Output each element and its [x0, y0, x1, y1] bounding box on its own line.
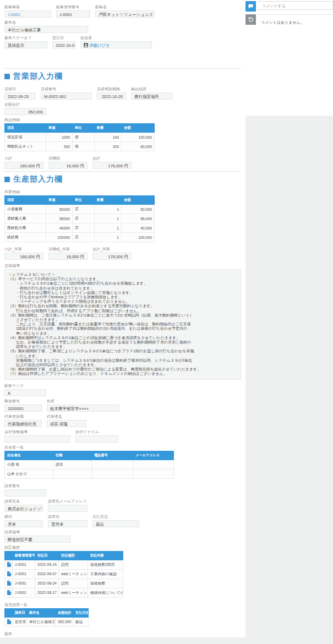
section-divider [4, 68, 241, 69]
cell: 55,000 [122, 214, 155, 223]
delivery-place-label: 納品場所 [131, 86, 172, 91]
col-header: メールアドレス [133, 451, 174, 460]
record-file-icon[interactable] [7, 619, 11, 624]
tax-work-value: 16,000 円 [48, 253, 88, 260]
table-row: 山本 かおり [5, 469, 174, 478]
section-heading-production: 生産部入力欄 [4, 174, 241, 184]
field-delivery-place: 納品場所 貴社指定場所 [131, 86, 172, 100]
col-header: 対応内容 [88, 551, 123, 560]
contacts-table-label: 担当者一覧 [4, 445, 241, 450]
billing-email-label: 請求先メールアドレス [48, 499, 88, 504]
billing-notes-label: 請求備考 [4, 530, 70, 534]
table-row: 小運搬費 50000 式 1 50,000 [5, 205, 155, 214]
contacts-table: 担当者名 役職 電話番号 メールアドレス 小渡 拓 課長 山本 かおり [4, 451, 174, 479]
cell: 2022-08-17 [35, 588, 59, 597]
invoice-no-value [4, 489, 46, 496]
billing-date-value: 翌月末 [48, 520, 88, 527]
cell: J-0001 [13, 560, 35, 569]
field-amount-total: 金額合計 352,000 [4, 102, 46, 115]
cell: 式 [73, 233, 95, 242]
case-status-value: 見積提示 [4, 41, 47, 48]
table-row: 資材搬入費 55000 式 1 55,000 [5, 214, 155, 223]
col-header: 項目 [5, 124, 46, 133]
cell: 1 [95, 205, 122, 214]
table-row: J-0001 2022-08-24 訪問 現地視察 [5, 578, 123, 588]
company-notes-value [4, 435, 70, 443]
table-row: 小渡 拓 課長 [5, 460, 174, 469]
col-header: 担当者名 [5, 451, 53, 460]
col-header: 金額 [122, 124, 155, 133]
record-file-icon[interactable] [7, 581, 11, 586]
cell: 100 [95, 133, 122, 142]
col-header: 金額 [122, 196, 155, 205]
quote-notes-label: 見積備考 [4, 263, 241, 268]
cell: 現地視察 [88, 578, 123, 588]
cell: 100000 [46, 233, 73, 242]
tax-label: 消費税 [48, 156, 88, 161]
cell [53, 469, 92, 478]
delivery-place-value: 貴社指定場所 [131, 92, 172, 100]
field-subtotal: 小計 160,000 円 [4, 156, 43, 169]
col-header: 単価 [46, 124, 73, 133]
company-notes-label: 会社情報備考 [4, 429, 70, 434]
total-value: 176,000 円 [92, 162, 132, 169]
product-table: 項目 単価 単位 数量 金額 仮設足場 1000 個 100 100,000 飛… [4, 123, 155, 151]
customer-rank-label: 顧客ランク [4, 383, 46, 388]
cell: 40000 [46, 223, 73, 233]
record-file-icon[interactable] [7, 562, 11, 567]
cell: 1 [95, 214, 122, 223]
cell: 山本 かおり [5, 469, 53, 478]
cell-icon [5, 588, 13, 597]
closing-date-label: 締日 [4, 514, 43, 519]
section-square-icon [4, 177, 10, 182]
cell: 小渡 拓 [5, 460, 53, 469]
assignee-link[interactable]: 伊藤ひびき [89, 43, 110, 48]
history-tab-icon[interactable] [245, 14, 256, 25]
col-header: 対応日 [35, 551, 59, 560]
field-quote-date: 見積日 2022-09-20 [4, 86, 36, 100]
cell: 式 [73, 205, 95, 214]
section-title: 営業部入力欄 [13, 72, 63, 81]
amount-total-value: 352,000 [4, 108, 46, 115]
cell: 修繕内容についての打合せ [88, 588, 123, 597]
section-title: 生産部入力欄 [13, 174, 63, 184]
customer-rank-value: A [4, 389, 46, 396]
col-header: 支払方法 [73, 608, 89, 617]
field-quote-no: 見積番号 M-0922-001 [41, 86, 92, 100]
comment-placeholder: コメントする [262, 4, 286, 8]
section-divider [4, 171, 241, 172]
case-name-value: 本社ビル修繕工事 [4, 26, 88, 33]
col-header: 顧客管理番号 [13, 551, 35, 560]
field-total: 合計 176,000 円 [92, 156, 132, 169]
cell-icon [5, 578, 13, 588]
col-header: 単価 [46, 196, 73, 205]
invoice-no-label: 請求番号 [4, 483, 46, 488]
subtotal-work-value: 160,000 円 [4, 253, 43, 260]
attachment-label: 添付ファイル [75, 429, 118, 434]
cell: 翌月末 [13, 617, 27, 626]
cell: 式 [73, 214, 95, 223]
record-file-icon[interactable] [7, 571, 11, 576]
address-label: 住所 [47, 399, 119, 403]
field-case-name: 案件名 本社ビル修繕工事 [4, 20, 88, 33]
cell [133, 460, 174, 469]
table-row: 翌月末 本社ビル修繕工事 352,000 振込 [5, 617, 89, 626]
subtotal-label: 小計 [4, 156, 43, 161]
field-rep-title: 代表者役職 代表取締役社長 [4, 414, 42, 427]
field-case-status: 案件ステータス 見積提示 [4, 35, 47, 48]
comment-input[interactable]: コメントする [258, 1, 333, 10]
customer-search-box: J-0001 [4, 10, 51, 18]
total-label: 合計 [92, 156, 132, 161]
comments-tab-icon[interactable] [245, 1, 256, 12]
cell: 50,000 [122, 205, 155, 214]
col-header: 役職 [53, 451, 92, 460]
quote-no-label: 見積番号 [41, 86, 92, 91]
table-header-row: 顧客管理番号 対応日 対応種別 対応内容 [5, 551, 123, 560]
record-file-icon[interactable] [7, 590, 11, 595]
col-header: 単位 [73, 124, 95, 133]
cell: 振込 [73, 617, 89, 626]
col-header: 電話番号 [92, 451, 133, 460]
customer-search-link[interactable]: J-0001 [8, 12, 20, 17]
cell [92, 460, 133, 469]
billing-date-label: 請求日 [48, 514, 88, 519]
